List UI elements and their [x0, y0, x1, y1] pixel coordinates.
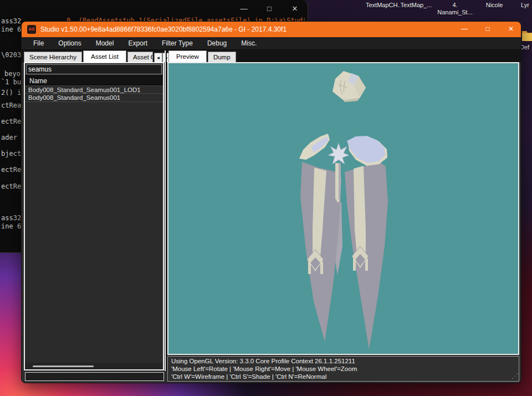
terminal-text: ctRea — [1, 101, 21, 109]
terminal-text: bject — [1, 150, 21, 158]
search-input[interactable] — [26, 64, 162, 74]
terminal-text: \0203 — [1, 51, 21, 59]
terminal-text: ine 6 — [1, 26, 21, 33]
menu-options[interactable]: Options — [51, 37, 88, 49]
asset-list-panel: Name Body008_Standard_Seamus001_LOD1 Bod… — [24, 62, 164, 370]
tab-scene-hierarchy[interactable]: Scene Hierarchy — [24, 52, 82, 63]
asset-row[interactable]: Body008_Standard_Seamus001_LOD1 — [25, 85, 163, 94]
terminal-minimize-button[interactable]: — — [238, 3, 250, 14]
icon-label-line1: 4. — [452, 2, 457, 8]
icon-label-line2: Nanami_St... — [437, 9, 473, 16]
desktop-icon-textmap[interactable]: TextMap_... — [399, 2, 433, 9]
desktop-wallpaper: TextMapCH... TextMap_... 4.Nanami_St... … — [0, 0, 532, 396]
status-opengl: Using OpenGL Version: 3.3.0 Core Profile… — [171, 357, 515, 365]
menu-debug[interactable]: Debug — [200, 37, 234, 49]
menu-bar: File Options Model Export Filter Type De… — [22, 37, 521, 50]
list-horizontal-scrollbar[interactable] — [25, 363, 163, 369]
tab-preview[interactable]: Preview — [168, 50, 207, 63]
window-title: Studio v1.50.00+9e8a4ad8866f78336fc0ae30… — [40, 26, 287, 33]
status-mouse-help: 'Mouse Left'=Rotate | 'Mouse Right'=Move… — [171, 365, 515, 373]
bottom-horizontal-scrollbar[interactable] — [25, 372, 164, 381]
resize-grip[interactable]: ⋰ — [511, 372, 517, 380]
asset-row[interactable]: Body008_Standard_Seamus001 — [25, 94, 163, 102]
close-button[interactable]: ✕ — [505, 23, 516, 34]
status-keyboard-help: 'Ctrl W'=Wireframe | 'Ctrl S'=Shade | 'C… — [171, 373, 515, 380]
minimize-button[interactable]: — — [459, 23, 470, 34]
terminal-text: 2() i — [1, 89, 21, 97]
titlebar[interactable]: AS Studio v1.50.00+9e8a4ad8866f78336fc0a… — [22, 22, 521, 37]
tab-dump[interactable]: Dump — [208, 52, 236, 63]
app-logo-icon: AS — [27, 25, 36, 34]
tab-asset-c[interactable]: Asset C — [127, 52, 153, 63]
terminal-text: ine 6 — [1, 222, 21, 230]
folder-icon[interactable] — [521, 29, 532, 44]
list-empty-area — [25, 102, 163, 363]
3d-model-render — [168, 63, 518, 354]
menu-model[interactable]: Model — [89, 37, 121, 49]
scrollbar-thumb[interactable] — [33, 365, 94, 367]
preview-viewport[interactable] — [167, 62, 519, 355]
desktop-icon-nicole[interactable]: Nicole — [480, 2, 509, 9]
terminal-text: ader — [1, 134, 17, 141]
maximize-button[interactable]: □ — [482, 23, 493, 34]
panel-splitter[interactable] — [165, 50, 167, 371]
terminal-text: ectRe — [1, 166, 21, 174]
terminal-text: ass32 — [1, 17, 21, 25]
desktop-icon-nanami[interactable]: 4.Nanami_St... — [436, 2, 474, 16]
terminal-text: ectRe — [1, 182, 21, 190]
folder-label-def[interactable]: Def — [520, 44, 532, 51]
terminal-close-button[interactable]: ✕ — [289, 3, 301, 14]
tab-asset-list[interactable]: Asset List — [83, 50, 126, 63]
status-bar: Using OpenGL Version: 3.3.0 Core Profile… — [167, 356, 519, 382]
terminal-text: beyo — [4, 70, 21, 78]
menu-filter-type[interactable]: Filter Type — [155, 37, 200, 49]
column-header-name[interactable]: Name — [25, 75, 163, 85]
menu-export[interactable]: Export — [121, 37, 155, 49]
menu-file[interactable]: File — [26, 37, 51, 49]
menu-misc[interactable]: Misc. — [234, 37, 264, 49]
tab-scroll-left-icon[interactable]: ◄ — [154, 53, 162, 63]
terminal-text: ass32 — [1, 214, 21, 222]
studio-window: AS Studio v1.50.00+9e8a4ad8866f78336fc0a… — [21, 21, 521, 383]
tab-row: Scene HierarchyAsset ListAsset C◄► Previ… — [22, 50, 521, 63]
terminal-maximize-button[interactable]: □ — [263, 3, 275, 14]
desktop-icon-textmapch[interactable]: TextMapCH... — [366, 2, 400, 9]
terminal-text: ectRe — [1, 118, 21, 125]
terminal-text: `1 bu — [1, 78, 21, 86]
desktop-icon-lyr[interactable]: Lyr — [521, 2, 532, 9]
